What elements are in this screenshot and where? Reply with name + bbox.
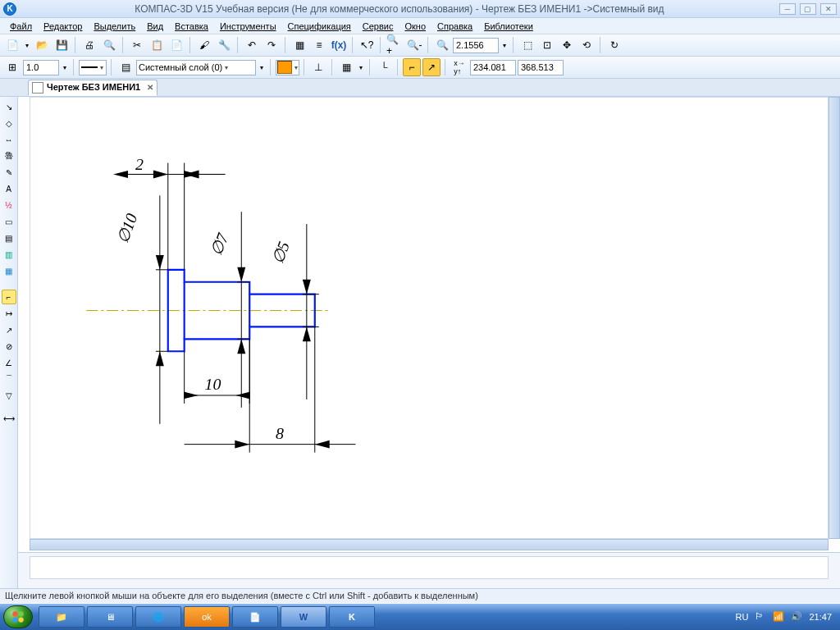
snap-button-2[interactable]: ↗ [422, 58, 441, 76]
redo-button[interactable]: ↷ [262, 36, 281, 54]
ortho-toggle[interactable]: ⊥ [309, 58, 327, 76]
task-word[interactable]: W [281, 606, 326, 628]
menu-view[interactable]: Вид [142, 20, 168, 33]
menu-help[interactable]: Справка [432, 20, 477, 33]
menu-service[interactable]: Сервис [358, 20, 399, 33]
menu-editor[interactable]: Редактор [39, 20, 87, 33]
drawing-canvas[interactable]: 2 ∅10 ∅7 ∅5 [30, 97, 829, 539]
lineweight-dropdown[interactable]: ▾ [61, 58, 69, 76]
clock[interactable]: 21:47 [809, 612, 832, 622]
menu-select[interactable]: Выделить [89, 20, 140, 33]
tree-button[interactable]: ≡ [310, 36, 328, 54]
new-button[interactable]: 📄 [3, 36, 21, 54]
tool-adim[interactable]: ∠ [2, 355, 16, 370]
tool-arc[interactable]: ⌒ [2, 372, 16, 386]
task-screen[interactable]: 🖥 [87, 606, 133, 628]
tool-autodim[interactable]: ⟷ [2, 411, 16, 426]
zoom-input[interactable] [453, 38, 499, 53]
save-button[interactable]: 💾 [52, 36, 71, 54]
pan-button[interactable]: ✥ [558, 36, 576, 54]
menu-insert[interactable]: Вставка [170, 20, 213, 33]
layer-dropdown[interactable]: ▾ [258, 58, 266, 76]
tool-rdim[interactable]: ↗ [2, 322, 16, 337]
lang-indicator[interactable]: RU [736, 612, 749, 622]
menu-libraries[interactable]: Библиотеки [479, 20, 538, 33]
start-button[interactable] [3, 605, 33, 628]
properties-button[interactable]: 🔧 [215, 36, 233, 54]
cut-button[interactable]: ✂ [128, 36, 146, 54]
undo-button[interactable]: ↶ [243, 36, 261, 54]
tool-geometry[interactable]: ◇ [2, 116, 16, 130]
pointer-button[interactable]: ↖? [358, 36, 376, 54]
coord-x-input[interactable] [470, 60, 516, 75]
open-button[interactable]: 📂 [33, 36, 51, 54]
tray-flag-icon[interactable]: 🏳 [755, 611, 766, 623]
tool-text[interactable]: 魯 [2, 148, 16, 163]
close-button[interactable]: ✕ [820, 3, 837, 15]
grid-toggle[interactable]: ▦ [337, 58, 355, 76]
tool-report[interactable]: ▥ [2, 247, 16, 262]
zoom-fit-button[interactable]: ⊡ [538, 36, 556, 54]
task-explorer[interactable]: 📁 [39, 606, 84, 628]
variables-button[interactable]: f(x) [330, 36, 348, 54]
maximize-button[interactable]: ▢ [800, 3, 816, 15]
workspace: ↘ ◇ ↔ 魯 ✎ A ½ ▭ ▤ ▥ ▦ ⌐ ↦ ↗ ⊘ ∠ ⌒ ▽ ⟷ [0, 97, 840, 588]
zoom-prev-button[interactable]: ⟲ [578, 36, 596, 54]
state-button[interactable]: ⊞ [3, 58, 21, 76]
grid-dropdown[interactable]: ▾ [357, 58, 365, 76]
tool-edit[interactable]: ✎ [2, 165, 16, 180]
tab-label: Чертеж БЕЗ ИМЕНИ1 [47, 82, 140, 92]
task-wordpad[interactable]: 📄 [232, 606, 278, 628]
print-button[interactable]: 🖨 [80, 36, 98, 54]
color-select[interactable] [276, 60, 299, 75]
task-chrome[interactable]: 🌐 [135, 606, 181, 628]
menu-window[interactable]: Окно [399, 20, 431, 33]
task-ok[interactable]: ok [184, 606, 230, 628]
dim-dia-10: ∅10 [113, 211, 140, 245]
tool-select[interactable]: ↘ [2, 99, 16, 114]
tool-height[interactable]: ▽ [2, 388, 16, 403]
zoom-dropdown[interactable]: ▾ [500, 36, 509, 54]
coord-y-input[interactable] [518, 60, 564, 75]
layer-icon[interactable]: ▤ [116, 58, 135, 76]
zoom-window-button[interactable]: ⬚ [518, 36, 536, 54]
minimize-button[interactable]: ─ [779, 3, 796, 15]
menu-bar: Файл Редактор Выделить Вид Вставка Инстр… [0, 18, 840, 34]
layers-button[interactable]: ▦ [290, 36, 308, 54]
layer-select[interactable]: Системный слой (0) [136, 60, 256, 75]
tool-ddim[interactable]: ⊘ [2, 339, 16, 354]
document-tab[interactable]: Чертеж БЕЗ ИМЕНИ1 ✕ [28, 80, 158, 96]
copy-button[interactable]: 📋 [148, 36, 166, 54]
menu-spec[interactable]: Спецификация [283, 20, 356, 33]
zoom-out-button[interactable]: 🔍- [405, 36, 423, 54]
tray-network-icon[interactable]: 📶 [773, 611, 784, 623]
paste-button[interactable]: 📄 [167, 36, 185, 54]
tab-close-button[interactable]: ✕ [147, 83, 153, 92]
print-preview-button[interactable]: 🔍 [100, 36, 118, 54]
tray-volume-icon[interactable]: 🔊 [791, 611, 802, 623]
tool-measure[interactable]: ½ [2, 198, 16, 212]
task-kompas[interactable]: K [329, 606, 375, 628]
zoom-in-button[interactable]: 🔍+ [386, 36, 404, 54]
h-scrollbar[interactable] [30, 539, 829, 550]
tool-dimension[interactable]: ↔ [2, 132, 16, 147]
v-scrollbar[interactable] [829, 97, 840, 539]
tool-selection[interactable]: ▭ [2, 214, 16, 229]
property-panel-inner[interactable] [30, 556, 829, 579]
tool-param[interactable]: A [2, 181, 16, 196]
menu-tools[interactable]: Инструменты [215, 20, 281, 33]
tool-hdim[interactable]: ↦ [2, 306, 16, 321]
tool-line[interactable]: ⌐ [2, 290, 16, 304]
snap-button-1[interactable]: ⌐ [403, 58, 421, 76]
tool-spec[interactable]: ▤ [2, 231, 16, 245]
tool-views[interactable]: ▦ [2, 263, 16, 278]
menu-file[interactable]: Файл [5, 20, 37, 33]
line-weight-input[interactable] [23, 60, 59, 75]
linestyle-select[interactable] [79, 60, 107, 75]
zoom-scale-button[interactable]: 🔍 [433, 36, 451, 54]
dim-flange-width: 2 [135, 155, 144, 173]
ucs-button[interactable]: └ [375, 58, 393, 76]
redraw-button[interactable]: ↻ [605, 36, 623, 54]
new-dropdown[interactable]: ▾ [23, 36, 31, 54]
brush-button[interactable]: 🖌 [195, 36, 213, 54]
